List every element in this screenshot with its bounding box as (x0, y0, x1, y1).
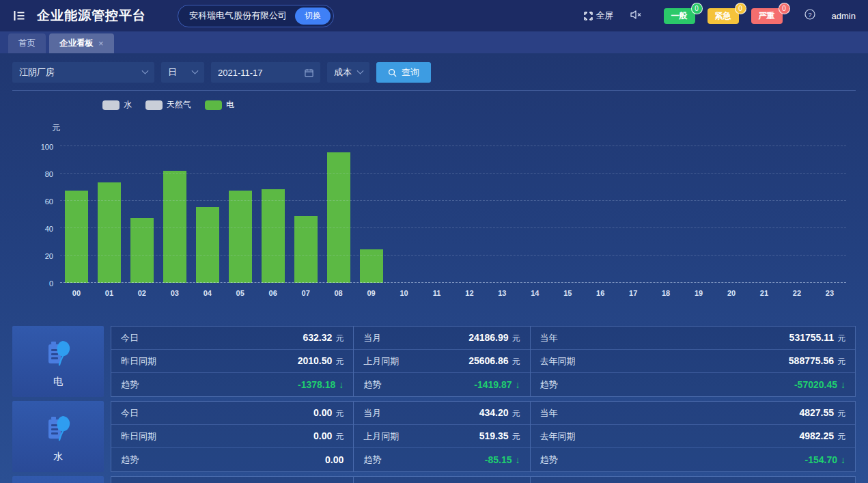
legend-item-水[interactable]: 水 (102, 99, 132, 111)
y-tick-label: 80 (26, 170, 53, 178)
metric-label: 去年同期 (540, 355, 576, 368)
energy-col: 当月24186.99元上月同期25606.86元趋势-1419.87↓ (354, 327, 530, 396)
metric-cell: 当年531755.11元 (531, 327, 855, 350)
tab-close-icon[interactable]: × (98, 38, 104, 49)
query-button[interactable]: 查询 (376, 62, 431, 83)
metric-value: -85.15↓ (485, 454, 520, 465)
bar-slot (322, 152, 355, 283)
metric-cell: 趋势-1378.18↓ (111, 373, 353, 396)
metric-cell: 上月同期25606.86元 (354, 350, 529, 373)
bar-08[interactable] (327, 152, 350, 283)
metric-select[interactable]: 成本 (327, 62, 369, 83)
x-tick-label: 11 (420, 289, 453, 297)
x-tick-label: 20 (715, 289, 748, 297)
metric-number: -1378.18 (298, 379, 335, 390)
x-axis-labels: 0001020304050607080910111213141516171819… (60, 289, 846, 297)
metric-number: 531755.11 (789, 332, 834, 343)
trend-down-icon: ↓ (841, 379, 845, 390)
bar-slot (158, 171, 191, 283)
fullscreen-label: 全屏 (596, 10, 614, 22)
metric-cell: 趋势-57020.45↓ (531, 373, 855, 396)
metric-label: 趋势 (540, 378, 558, 391)
energy-row-水: 水今日0.00元昨日同期0.00元趋势0.00当月434.20元上月同期519.… (12, 401, 856, 472)
metric-value: 24186.99元 (468, 332, 520, 344)
legend-item-天然气[interactable]: 天然气 (145, 99, 191, 111)
metric-cell: 趋势-1419.87↓ (354, 373, 529, 396)
metric-label: 去年同期 (540, 430, 576, 443)
metric-value: 519.35元 (479, 430, 520, 443)
metric-label: 趋势 (540, 454, 558, 466)
period-select[interactable]: 日 (161, 62, 204, 83)
metric-unit: 元 (335, 408, 344, 419)
alarm-badges: 一般 0 紧急 0 严重 0 (664, 8, 783, 24)
metric-value: 0.00元 (313, 430, 344, 443)
help-icon[interactable]: ? (804, 9, 815, 23)
legend-swatch (102, 100, 120, 110)
y-tick-label: 60 (26, 197, 53, 206)
metric-label: 今日 (121, 407, 139, 419)
svg-text:?: ? (808, 11, 811, 18)
tab-bar: 首页 企业看板 × (0, 31, 868, 53)
alarm-badge-normal[interactable]: 一般 0 (664, 8, 695, 24)
legend-label: 天然气 (167, 99, 191, 111)
mute-icon[interactable] (630, 10, 642, 23)
trend-down-icon: ↓ (516, 454, 520, 465)
username[interactable]: admin (832, 11, 856, 21)
metric-value: 2010.50元 (298, 355, 344, 368)
metric-unit: 元 (512, 333, 520, 344)
metric-value: -57020.45↓ (794, 379, 845, 390)
bar-00[interactable] (65, 191, 88, 283)
bar-05[interactable] (229, 191, 252, 283)
tab-enterprise-board[interactable]: 企业看板 × (49, 33, 114, 53)
company-name: 安科瑞电气股份有限公司 (189, 10, 287, 22)
metric-label: 当月 (363, 332, 381, 344)
fullscreen-button[interactable]: 全屏 (584, 10, 614, 22)
query-button-label: 查询 (402, 66, 419, 79)
bar-04[interactable] (196, 207, 219, 283)
site-select[interactable]: 江阴厂房 (12, 62, 154, 83)
metric-label: 当月 (363, 407, 381, 419)
metric-value: 588775.56元 (789, 355, 845, 368)
company-selector: 安科瑞电气股份有限公司 切换 (178, 5, 334, 27)
metric-cell: 趋势-154.70↓ (531, 448, 855, 471)
x-tick-label: 06 (257, 289, 290, 297)
tab-home[interactable]: 首页 (8, 33, 46, 53)
energy-col: 当年4827.55元去年同期4982.25元趋势-154.70↓ (531, 402, 855, 471)
bar-03[interactable] (163, 171, 186, 283)
energy-col: 今日0.00元昨日同期0.00元趋势0.00 (111, 402, 354, 471)
date-picker[interactable]: 2021-11-17 (211, 62, 320, 83)
x-tick-label: 21 (748, 289, 781, 297)
bar-01[interactable] (98, 182, 121, 283)
gridline (60, 255, 846, 256)
switch-company-button[interactable]: 切换 (295, 8, 331, 25)
alarm-badge-urgent[interactable]: 紧急 0 (708, 8, 739, 24)
metric-number: -85.15 (485, 454, 512, 465)
metric-cell: 趋势0.00 (111, 448, 353, 471)
chevron-down-icon (142, 67, 149, 74)
app-title: 企业能源管控平台 (37, 7, 146, 25)
legend-item-电[interactable]: 电 (205, 99, 234, 111)
gridline (60, 227, 846, 228)
x-tick-label: 03 (158, 289, 191, 297)
calendar-icon (305, 68, 313, 77)
metric-label: 上月同期 (363, 430, 399, 443)
metric-cell: 今日0.00元 (111, 477, 353, 483)
x-tick-label: 17 (617, 289, 649, 297)
x-tick-label: 00 (60, 289, 93, 297)
metric-unit: 元 (512, 356, 520, 368)
legend-swatch (145, 100, 163, 110)
alarm-label: 紧急 (715, 11, 731, 20)
metric-cell: 去年同期588775.56元 (531, 350, 855, 373)
alarm-label: 严重 (759, 11, 775, 20)
bar-06[interactable] (262, 189, 285, 283)
metric-value: 434.20元 (479, 407, 520, 419)
metric-value: 531755.11元 (789, 332, 845, 344)
x-tick-label: 10 (388, 289, 421, 297)
metric-number: 0.00 (313, 407, 332, 418)
metric-unit: 元 (837, 333, 845, 344)
energy-row-3: 今日0.00元当月3625.58元当年45173.59元 (12, 476, 856, 483)
metric-label: 当年 (540, 332, 558, 344)
alarm-badge-severe[interactable]: 严重 0 (751, 8, 783, 24)
bar-07[interactable] (294, 216, 318, 283)
menu-collapse-icon[interactable] (12, 9, 26, 23)
